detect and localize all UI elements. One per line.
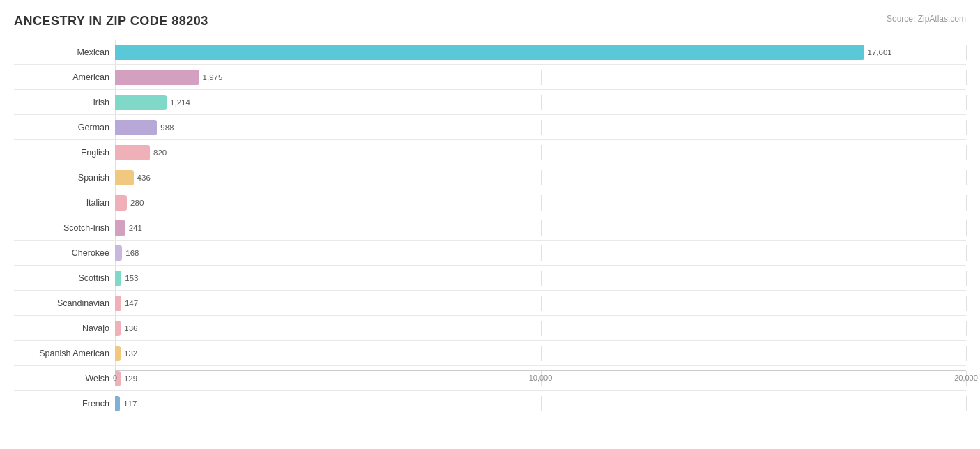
grid-line <box>966 245 967 261</box>
grid-line <box>541 145 542 160</box>
bar-row: French117 <box>14 391 966 416</box>
grid-line <box>966 321 967 336</box>
bar-fill <box>115 170 134 185</box>
bar-value-label: 820 <box>153 149 167 157</box>
bar-fill <box>115 120 157 135</box>
bar-track: 1,975 <box>115 70 966 85</box>
bar-value-label: 280 <box>130 199 144 207</box>
bar-label: Italian <box>14 198 115 208</box>
grid-line <box>966 271 967 286</box>
bar-row: Cherokee168 <box>14 241 966 266</box>
bar-fill <box>115 70 199 85</box>
bar-row: Italian280 <box>14 190 966 215</box>
bar-track: 136 <box>115 321 966 336</box>
grid-line <box>541 95 542 110</box>
chart-container: ANCESTRY IN ZIP CODE 88203 Source: ZipAt… <box>0 0 980 449</box>
x-axis: 010,00020,000 <box>115 370 966 391</box>
grid-line <box>966 220 967 236</box>
bar-label: German <box>14 123 115 132</box>
chart-area: Mexican17,601American1,975Irish1,214Germ… <box>14 40 966 391</box>
grid-line <box>966 346 967 361</box>
bar-label: Irish <box>14 98 115 107</box>
x-tick: 10,000 <box>529 374 553 382</box>
bar-fill <box>115 95 167 110</box>
bar-fill <box>115 296 121 311</box>
bar-label: Scottish <box>14 273 115 283</box>
bar-track: 1,214 <box>115 95 966 110</box>
bar-track: 117 <box>115 396 966 411</box>
bar-label: Cherokee <box>14 248 115 258</box>
bar-value-label: 168 <box>125 249 139 257</box>
bar-track: 153 <box>115 271 966 286</box>
bar-fill <box>115 396 120 411</box>
bar-label: American <box>14 73 115 82</box>
grid-line <box>966 45 967 60</box>
bar-track: 988 <box>115 120 966 135</box>
bar-row: Scotch-Irish241 <box>14 215 966 241</box>
bar-value-label: 136 <box>124 324 137 333</box>
grid-line <box>966 296 967 311</box>
bar-fill <box>115 195 127 211</box>
bar-value-label: 1,214 <box>170 98 190 107</box>
grid-line <box>966 120 967 135</box>
bar-row: English820 <box>14 140 966 165</box>
bar-track: 280 <box>115 195 966 211</box>
x-tick: 20,000 <box>954 374 978 382</box>
bar-track: 820 <box>115 145 966 160</box>
bar-track: 436 <box>115 170 966 185</box>
grid-line <box>966 145 967 160</box>
grid-line <box>966 195 967 211</box>
source-label: Source: ZipAtlas.com <box>887 14 966 24</box>
bar-value-label: 132 <box>124 349 137 358</box>
grid-line <box>541 70 542 85</box>
bar-track: 147 <box>115 296 966 311</box>
chart-title: ANCESTRY IN ZIP CODE 88203 <box>14 14 966 29</box>
grid-line <box>541 396 542 411</box>
bar-value-label: 436 <box>137 174 151 182</box>
bar-fill <box>115 245 122 261</box>
bar-fill <box>115 346 121 361</box>
bar-fill <box>115 220 125 236</box>
bar-track: 241 <box>115 220 966 236</box>
bar-row: American1,975 <box>14 65 966 90</box>
bar-value-label: 153 <box>125 274 138 282</box>
x-tick: 0 <box>113 374 117 382</box>
grid-line <box>541 120 542 135</box>
bar-fill <box>115 321 121 336</box>
bar-fill <box>115 145 150 160</box>
bar-label: Mexican <box>14 47 115 57</box>
grid-line <box>541 321 542 336</box>
grid-line <box>541 170 542 185</box>
grid-line <box>541 296 542 311</box>
bar-value-label: 241 <box>129 224 142 232</box>
bar-fill <box>115 271 121 286</box>
bar-row: Scandinavian147 <box>14 291 966 316</box>
bar-value-label: 17,601 <box>868 48 892 56</box>
grid-line <box>966 70 967 85</box>
grid-line <box>541 195 542 211</box>
bar-row: Irish1,214 <box>14 90 966 115</box>
grid-line <box>966 170 967 185</box>
bar-track: 168 <box>115 245 966 261</box>
bar-value-label: 1,975 <box>203 73 223 82</box>
bar-track: 132 <box>115 346 966 361</box>
bar-label: Scandinavian <box>14 298 115 308</box>
bar-label: Welsh <box>14 374 115 383</box>
bar-label: Navajo <box>14 324 115 333</box>
grid-line <box>966 396 967 411</box>
bar-value-label: 988 <box>160 123 174 132</box>
grid-line <box>966 95 967 110</box>
bar-value-label: 147 <box>125 299 138 307</box>
bar-label: Spanish <box>14 173 115 183</box>
bar-label: Spanish American <box>14 349 115 358</box>
grid-line <box>541 271 542 286</box>
bars-section: Mexican17,601American1,975Irish1,214Germ… <box>14 40 966 370</box>
bar-label: English <box>14 148 115 158</box>
bar-row: German988 <box>14 115 966 140</box>
bar-row: Navajo136 <box>14 316 966 341</box>
grid-line <box>541 346 542 361</box>
grid-line <box>541 220 542 236</box>
bar-track: 17,601 <box>115 45 966 60</box>
bar-label: French <box>14 399 115 409</box>
bar-row: Mexican17,601 <box>14 40 966 65</box>
